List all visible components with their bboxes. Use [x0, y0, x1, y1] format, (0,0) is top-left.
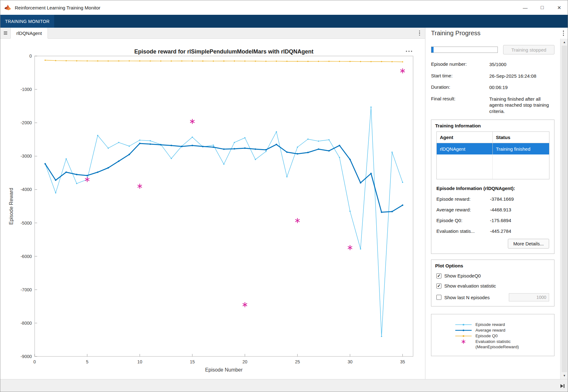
training-information-section: Training Information Agent Status rlDQNA… — [431, 120, 554, 254]
scrollbar-thumb[interactable] — [562, 46, 567, 372]
training-stopped-button[interactable]: Training stopped — [503, 45, 554, 54]
y-tick-label: -2000 — [20, 120, 32, 125]
final-result-value: Training finished after all agents reach… — [489, 96, 554, 115]
line-marker-icon — [453, 328, 474, 333]
asterisk-marker-icon — [453, 339, 474, 344]
table-empty-area — [437, 154, 549, 179]
training-progress-header: Training Progress — [425, 28, 568, 39]
x-tick-label: 20 — [242, 359, 247, 364]
show-episodeq0-option[interactable]: ✓ Show EpisodeQ0 — [436, 273, 549, 278]
final-result-label: Final result: — [431, 96, 489, 115]
y-tick-label: -8000 — [20, 321, 32, 326]
show-episodeq0-checkbox[interactable]: ✓ — [436, 273, 441, 278]
final-result-row: Final result: Training finished after al… — [431, 96, 554, 115]
start-time-row: Start time: 26-Sep-2025 16:24:08 — [431, 73, 554, 79]
x-tick-label: 15 — [190, 359, 195, 364]
episode-reward-chart[interactable]: 051015202530350-1000-2000-3000-4000-5000… — [0, 39, 425, 379]
legend-item-episode-reward: Episode reward — [453, 322, 532, 328]
episode-reward-value: -3784.1669 — [490, 196, 514, 202]
evaluation-statistic-label: Evaluation statis... — [436, 228, 490, 234]
tab-list-icon[interactable] — [0, 28, 10, 38]
legend-rows: Episode rewardAverage rewardEpisode Q0Ev… — [453, 322, 532, 350]
table-header-row: Agent Status — [437, 132, 549, 143]
legend-label: Episode reward — [475, 322, 505, 328]
training-information-title: Training Information — [431, 120, 554, 128]
minimize-button[interactable]: — — [517, 0, 534, 15]
option-label: Show evaluation statistic — [444, 283, 496, 288]
status-column-header: Status — [493, 132, 549, 143]
plot-options-section: Plot Options ✓ Show EpisodeQ0 ✓ Show eva… — [431, 260, 554, 306]
agent-status-table[interactable]: Agent Status rlDQNAgent Training finishe… — [436, 132, 549, 179]
line-marker-icon — [453, 322, 474, 328]
x-tick-label: 30 — [348, 359, 353, 364]
show-evaluation-statistic-checkbox[interactable]: ✓ — [436, 283, 441, 288]
ribbon: TRAINING MONITOR — [0, 15, 568, 28]
episode-number-label: Episode number: — [431, 61, 489, 68]
legend-label: Evaluation statistic (MeanEpisodeReward) — [475, 339, 531, 350]
legend-label: Episode Q0 — [475, 333, 498, 339]
x-tick-label: 35 — [400, 359, 405, 364]
y-tick-label: -7000 — [20, 287, 32, 292]
episode-information-title: Episode Information (rlDQNAgent): — [436, 186, 549, 191]
document-tabbar: rlDQNAgent — [0, 28, 425, 39]
app-window: Reinforcement Learning Training Monitor … — [0, 0, 568, 392]
bottom-scrollbar[interactable] — [0, 379, 568, 392]
y-tick-label: -6000 — [20, 254, 32, 259]
x-axis-label: Episode Number — [205, 367, 243, 372]
scroll-up-icon[interactable]: ▲ — [560, 39, 568, 46]
show-last-n-episodes-checkbox[interactable] — [436, 295, 441, 300]
last-n-episodes-input[interactable] — [509, 293, 549, 301]
y-tick-label: -3000 — [20, 154, 32, 159]
evaluation-statistic-value: -445.2784 — [490, 228, 511, 234]
training-progress-panel: Training stopped Episode number: 35/1000… — [425, 39, 560, 379]
agent-column-header: Agent — [437, 132, 493, 143]
progress-row: Training stopped — [431, 45, 554, 54]
average-reward-value: -4468.913 — [490, 207, 511, 212]
chart-legend: Episode rewardAverage rewardEpisode Q0Ev… — [431, 314, 554, 356]
table-row[interactable]: rlDQNAgent Training finished — [437, 143, 549, 154]
progress-fill — [431, 47, 434, 53]
more-details-button[interactable]: More Details... — [508, 239, 549, 249]
duration-row: Duration: 00:06:19 — [431, 84, 554, 91]
scroll-down-icon[interactable]: ▼ — [560, 372, 568, 379]
average-reward-label: Average reward: — [436, 207, 490, 212]
average-reward-row: Average reward: -4468.913 — [436, 207, 549, 212]
skip-end-icon[interactable] — [560, 384, 565, 388]
evaluation-statistic-row: Evaluation statis... -445.2784 — [436, 228, 549, 234]
status-cell: Training finished — [493, 143, 549, 154]
more-details-row: More Details... — [436, 239, 549, 249]
chart-options-icon[interactable] — [405, 49, 413, 53]
window-controls: — □ × — [517, 0, 568, 15]
y-tick-label: 0 — [29, 53, 32, 59]
duration-label: Duration: — [431, 84, 489, 91]
chart-title: Episode reward for rlSimplePendulumModel… — [134, 48, 313, 55]
episode-q0-value: -175.6894 — [490, 218, 511, 223]
x-tick-label: 10 — [137, 359, 142, 364]
panel-title: Training Progress — [431, 30, 480, 37]
matlab-logo-icon — [4, 4, 12, 11]
show-evaluation-statistic-option[interactable]: ✓ Show evaluation statistic — [436, 283, 549, 288]
tab-rldqnagent[interactable]: rlDQNAgent — [10, 28, 48, 38]
y-tick-label: -4000 — [20, 187, 32, 192]
show-last-n-episodes-option[interactable]: Show last N episodes — [436, 293, 549, 301]
line-marker-icon — [453, 333, 474, 339]
episode-q0-row: Episode Q0: -175.6894 — [436, 218, 549, 223]
legend-item-episode-q0: Episode Q0 — [453, 333, 532, 339]
start-time-value: 26-Sep-2025 16:24:08 — [489, 73, 554, 79]
vertical-scrollbar[interactable]: ▲ ▼ — [560, 39, 568, 379]
y-axis-label: Episode Reward — [9, 188, 14, 225]
tabbar-menu-icon[interactable] — [419, 31, 420, 36]
option-label: Show EpisodeQ0 — [444, 273, 481, 278]
x-tick-label: 25 — [295, 359, 300, 364]
maximize-button[interactable]: □ — [534, 0, 551, 15]
duration-value: 00:06:19 — [489, 84, 554, 91]
episode-reward-row: Episode reward: -3784.1669 — [436, 196, 549, 202]
y-tick-label: -1000 — [20, 87, 32, 92]
episode-number-value: 35/1000 — [489, 61, 554, 68]
legend-item-evaluation-statistic-meanepisodereward: Evaluation statistic (MeanEpisodeReward) — [453, 339, 532, 350]
panel-menu-icon[interactable] — [563, 31, 564, 36]
episode-q0-label: Episode Q0: — [436, 218, 490, 223]
training-progress-bar — [431, 47, 498, 53]
ribbon-tab-training-monitor[interactable]: TRAINING MONITOR — [0, 15, 54, 28]
close-button[interactable]: × — [551, 0, 568, 15]
